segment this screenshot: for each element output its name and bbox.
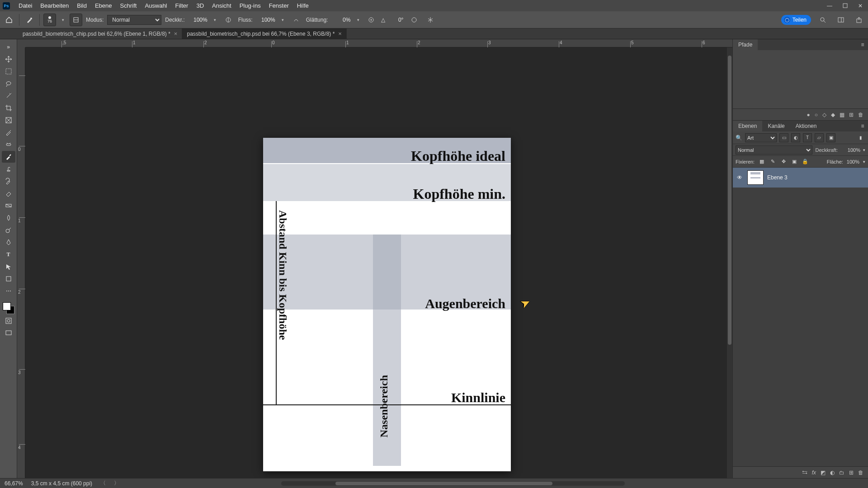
layer-mask-icon[interactable]: ◩ [821,469,826,476]
move-tool[interactable] [2,53,15,65]
type-tool[interactable]: T [2,249,15,260]
paths-fill-icon[interactable]: ● [807,112,810,118]
new-layer-icon[interactable]: ⊞ [849,469,854,476]
lasso-tool[interactable] [2,78,15,89]
paths-stroke-icon[interactable]: ○ [815,112,818,118]
brush-tool[interactable] [2,151,15,163]
filter-adjust-icon[interactable]: ◐ [791,133,800,142]
workspace-switch-icon[interactable] [835,14,847,26]
menu-auswahl[interactable]: Auswahl [141,0,171,11]
layer-blend-select[interactable]: Normal [736,145,812,155]
tab-kanaele[interactable]: Kanäle [762,121,790,131]
menu-3d[interactable]: 3D [192,0,208,11]
menu-bild[interactable]: Bild [73,0,91,11]
delete-layer-icon[interactable]: 🗑 [858,469,863,476]
eyedropper-tool[interactable] [2,127,15,138]
scrollbar-thumb[interactable] [728,56,731,345]
search-icon[interactable] [816,14,829,26]
layer-name[interactable]: Ebene 3 [767,174,788,181]
lock-artboard-icon[interactable]: ▣ [791,159,798,164]
export-icon[interactable] [853,14,865,26]
window-maximize-button[interactable] [837,0,853,11]
stamp-tool[interactable] [2,163,15,175]
paths-delete-icon[interactable]: 🗑 [858,112,863,118]
menu-plugins[interactable]: Plug-ins [236,0,265,11]
path-select-tool[interactable] [2,261,15,272]
layer-opacity-value[interactable]: 100% [840,147,860,153]
document-info[interactable]: 3,5 cm x 4,5 cm (600 ppi) [31,480,92,487]
layer-group-icon[interactable]: 🗀 [839,469,844,476]
link-layers-icon[interactable]: ⮀ [802,469,807,476]
color-swatches[interactable] [2,302,15,314]
screen-mode-icon[interactable] [2,327,15,339]
document-canvas[interactable]: Kopfhöhe ideal Kopfhöhe min. Augenbereic… [263,138,511,471]
smoothing-input[interactable] [331,15,351,24]
opacity-pressure-icon[interactable] [222,14,235,26]
lock-position-icon[interactable]: ✥ [780,159,787,164]
opacity-input[interactable] [189,15,208,24]
healing-tool[interactable] [2,139,15,150]
brush-settings-icon[interactable] [70,14,82,26]
horizontal-scrollbar[interactable] [281,481,625,486]
quick-mask-icon[interactable] [2,315,15,327]
ruler-horizontal[interactable]: ,5120123456 [25,39,732,47]
document-tab-1[interactable]: passbild_biometrisch_chip.psd bei 62,6% … [18,28,182,39]
panel-menu-icon[interactable]: ≡ [857,42,868,48]
angle-input[interactable] [389,15,404,24]
menu-hilfe[interactable]: Hilfe [293,0,313,11]
chevron-down-icon[interactable]: ▾ [863,160,865,164]
frame-tool[interactable] [2,114,15,126]
ruler-vertical[interactable]: 012345 [17,47,25,478]
menu-ansicht[interactable]: Ansicht [208,0,236,11]
document-tab-2[interactable]: passbild_biometrisch_chip.psd bei 66,7% … [182,28,346,39]
flow-chevron-icon[interactable]: ▾ [280,18,286,22]
expand-tools-icon[interactable]: » [2,41,15,53]
paths-selection-icon[interactable]: ◇ [822,112,826,118]
fill-value[interactable]: 100% [847,159,859,164]
lock-all-icon[interactable]: 🔒 [802,159,809,164]
filter-pixel-icon[interactable]: ▭ [779,133,788,142]
layer-filter-kind[interactable]: Art [745,133,777,142]
zoom-level[interactable]: 66,67% [5,480,23,487]
tab-ebenen[interactable]: Ebenen [733,121,762,131]
layers-empty-area[interactable] [733,188,868,466]
window-close-button[interactable]: ✕ [853,0,868,11]
menu-fenster[interactable]: Fenster [265,0,293,11]
foreground-color-swatch[interactable] [3,302,11,310]
status-next-icon[interactable]: 〉 [114,479,119,487]
tool-preset-brush-icon[interactable] [23,14,36,26]
crop-tool[interactable] [2,102,15,114]
history-brush-tool[interactable] [2,175,15,187]
menu-bearbeiten[interactable]: Bearbeiten [36,0,73,11]
opacity-chevron-icon[interactable]: ▾ [212,18,218,22]
shape-tool[interactable] [2,273,15,285]
layer-row[interactable]: 👁 Ebene 3 [733,168,868,188]
paths-mask-icon[interactable]: ◆ [831,112,835,118]
symmetry-icon[interactable] [424,14,437,26]
close-icon[interactable]: × [174,30,178,37]
ellipsis-tool[interactable]: ⋯ [2,285,15,297]
brush-preview-icon[interactable]: 76 [43,14,56,26]
flow-input[interactable] [256,15,276,24]
layer-fx-icon[interactable]: fx [812,469,816,476]
vertical-scrollbar[interactable] [727,47,732,478]
pen-tool[interactable] [2,236,15,248]
status-prev-icon[interactable]: 〈 [100,479,106,487]
filter-smart-icon[interactable]: ▣ [826,133,835,142]
airbrush-icon[interactable] [290,14,302,26]
pressure-size-icon[interactable] [408,14,420,26]
dodge-tool[interactable] [2,224,15,236]
layer-thumbnail[interactable] [747,170,764,185]
paths-new-icon[interactable]: ▦ [840,112,844,118]
menu-schrift[interactable]: Schrift [116,0,141,11]
menu-ebene[interactable]: Ebene [91,0,116,11]
brush-size-chevron-icon[interactable]: ▾ [60,18,66,22]
magic-wand-tool[interactable] [2,90,15,102]
smoothing-chevron-icon[interactable]: ▾ [355,18,361,22]
tab-aktionen[interactable]: Aktionen [790,121,822,131]
window-minimize-button[interactable]: ― [822,0,837,11]
lock-pixel-icon[interactable]: ✎ [769,159,776,164]
smoothing-gear-icon[interactable] [365,14,377,26]
paths-add-icon[interactable]: ⊞ [849,112,854,118]
lock-transparent-icon[interactable]: ▩ [758,159,765,164]
